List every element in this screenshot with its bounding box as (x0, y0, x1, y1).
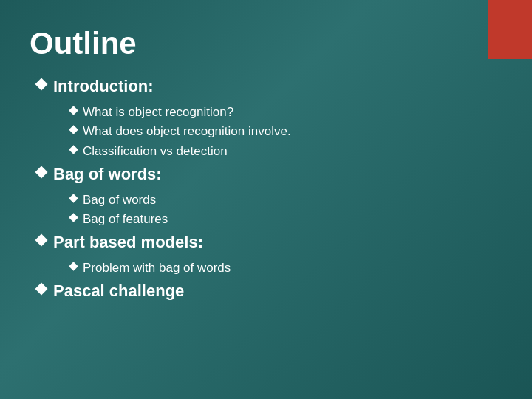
bullet-introduction (35, 78, 48, 91)
sub-bullet (69, 262, 78, 271)
introduction-subsections: What is object recognition? What does ob… (70, 103, 502, 160)
slide-title: Outline (30, 26, 502, 61)
bag-of-words-subsections: Bag of words Bag of features (70, 191, 502, 229)
intro-sub-1: What is object recognition? (83, 103, 233, 121)
list-item: Classification vs detection (70, 143, 502, 160)
sub-bullet (69, 145, 78, 154)
list-item: Bag of features (70, 211, 502, 228)
list-item: What is object recognition? (70, 103, 502, 121)
introduction-label: Introduction: (53, 76, 154, 98)
bullet-bag-of-words (35, 166, 48, 178)
accent-rectangle (488, 0, 532, 59)
section-bag-of-words: Bag of words: (37, 164, 502, 185)
part-sub-1: Problem with bag of words (83, 259, 231, 277)
section-part-based: Part based models: (37, 232, 502, 253)
sub-bullet (69, 126, 78, 135)
section-introduction: Introduction: (37, 76, 502, 98)
sub-bullet (69, 106, 78, 115)
bullet-pascal (35, 282, 48, 295)
sub-bullet (69, 214, 78, 223)
part-based-label: Part based models: (53, 232, 203, 253)
list-item: Bag of words (70, 191, 502, 209)
bow-sub-1: Bag of words (83, 191, 156, 209)
list-item: What does object recognition involve. (70, 123, 502, 140)
list-item: Problem with bag of words (70, 259, 502, 277)
sub-bullet (69, 194, 78, 203)
bow-sub-2: Bag of features (83, 211, 168, 228)
pascal-label: Pascal challenge (53, 281, 184, 302)
intro-sub-2: What does object recognition involve. (83, 123, 291, 140)
content-area: Introduction: What is object recognition… (37, 76, 502, 301)
intro-sub-3: Classification vs detection (83, 143, 228, 160)
bullet-part-based (35, 234, 48, 247)
section-pascal: Pascal challenge (37, 281, 502, 302)
bag-of-words-label: Bag of words: (53, 164, 162, 185)
slide-container: Outline Introduction: What is object rec… (0, 0, 532, 399)
part-based-subsections: Problem with bag of words (70, 259, 502, 277)
